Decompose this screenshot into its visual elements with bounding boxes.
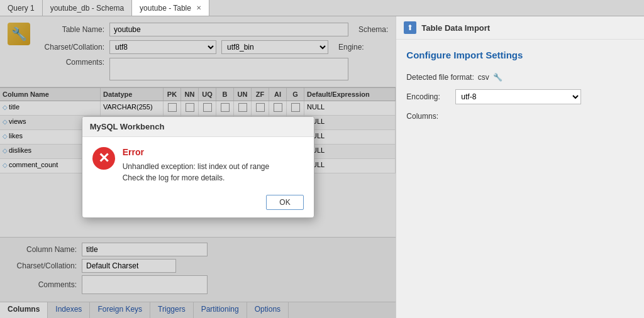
- error-title: Error: [123, 147, 304, 157]
- wrench-icon[interactable]: 🔧: [493, 73, 502, 82]
- tab-schema[interactable]: youtube_db - Schema: [43, 0, 132, 16]
- error-dialog: MySQL Workbench ✕ Error Unhandled except…: [82, 116, 314, 218]
- encoding-row: Encoding: utf-8 utf-16 latin1: [406, 89, 634, 104]
- error-message: Unhandled exception: list index out of r…: [123, 162, 304, 171]
- error-hint: Check the log for more details.: [123, 173, 304, 182]
- right-panel-title: Table Data Import: [421, 23, 490, 33]
- tab-table[interactable]: youtube - Table ✕: [132, 0, 209, 16]
- dialog-overlay: MySQL Workbench ✕ Error Unhandled except…: [0, 16, 396, 318]
- import-icon: ⬆: [404, 21, 416, 34]
- encoding-label: Encoding:: [406, 92, 450, 101]
- right-panel: ⬆ Table Data Import Configure Import Set…: [396, 16, 644, 318]
- dialog-titlebar: MySQL Workbench: [82, 117, 314, 137]
- tab-table-label: youtube - Table: [140, 4, 191, 13]
- error-content: Error Unhandled exception: list index ou…: [123, 147, 304, 182]
- error-icon: ✕: [92, 147, 115, 170]
- configure-title: Configure Import Settings: [406, 50, 634, 60]
- detected-format-label: Detected file format:: [406, 73, 474, 82]
- encoding-select[interactable]: utf-8 utf-16 latin1: [455, 89, 581, 104]
- dialog-footer: OK: [82, 190, 314, 217]
- detected-format-row: Detected file format: csv 🔧: [406, 73, 634, 82]
- right-panel-header: ⬆ Table Data Import: [396, 16, 644, 40]
- dialog-title: MySQL Workbench: [90, 122, 165, 131]
- tab-query1-label: Query 1: [8, 4, 35, 13]
- tab-table-close[interactable]: ✕: [196, 4, 201, 11]
- main-layout: 🔧 Table Name: Schema: Charset/Collation:…: [0, 16, 644, 318]
- detected-format-value: csv: [478, 73, 489, 82]
- tab-bar: Query 1 youtube_db - Schema youtube - Ta…: [0, 0, 644, 16]
- dialog-body: ✕ Error Unhandled exception: list index …: [82, 137, 314, 190]
- left-panel: 🔧 Table Name: Schema: Charset/Collation:…: [0, 16, 396, 318]
- columns-label: Columns:: [406, 112, 634, 121]
- ok-button[interactable]: OK: [266, 195, 303, 210]
- tab-schema-label: youtube_db - Schema: [50, 4, 124, 13]
- tab-query1[interactable]: Query 1: [0, 0, 43, 16]
- right-panel-body: Configure Import Settings Detected file …: [396, 40, 644, 131]
